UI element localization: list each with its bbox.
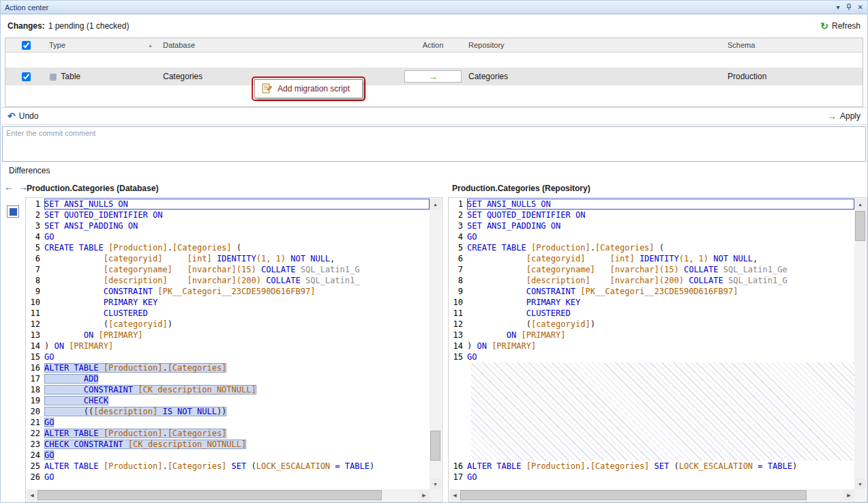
column-header-database[interactable]: Database bbox=[157, 38, 402, 52]
line-number: 10 bbox=[27, 297, 44, 308]
line-number: 17 bbox=[449, 472, 467, 483]
diff-missing-region bbox=[471, 362, 854, 461]
change-row[interactable]: ▦ Table Categories → Categories Producti… bbox=[5, 68, 863, 85]
horizontal-scrollbar-right[interactable]: ◀ ▶ bbox=[449, 489, 854, 501]
add-migration-script-menuitem[interactable]: Add migration script bbox=[254, 79, 363, 98]
apply-button[interactable]: → Apply bbox=[827, 111, 860, 121]
add-migration-script-label: Add migration script bbox=[278, 84, 350, 94]
scroll-right-button[interactable]: ▶ bbox=[843, 489, 854, 501]
line-number: 13 bbox=[449, 330, 467, 341]
changes-grid: Type ▲ Database Action Repository Schema… bbox=[5, 38, 863, 107]
undo-apply-bar: ↶ Undo → Apply bbox=[1, 107, 867, 125]
callout-highlight-ring: Add migration script bbox=[252, 76, 365, 101]
horizontal-scroll-thumb[interactable] bbox=[38, 490, 382, 500]
diff-panel-database: 1SET ANSI_NULLS ON2SET QUOTED_IDENTIFIER… bbox=[25, 197, 443, 502]
code-line: 4GO bbox=[27, 231, 430, 242]
vertical-scrollbar-left[interactable]: ▲ ▼ bbox=[430, 199, 441, 489]
code-line: 7 [categoryname] [nvarchar](15) COLLATE … bbox=[449, 264, 854, 275]
column-header-type[interactable]: Type ▲ bbox=[41, 38, 157, 52]
code-line: 6 [categoryid] [int] IDENTITY(1, 1) NOT … bbox=[449, 253, 854, 264]
scroll-down-button[interactable]: ▼ bbox=[854, 478, 866, 489]
line-number: 7 bbox=[27, 264, 44, 275]
line-number: 20 bbox=[27, 406, 44, 417]
previous-difference-button[interactable]: ← bbox=[4, 182, 14, 192]
refresh-button[interactable]: ↻ Refresh bbox=[820, 20, 860, 31]
action-center-window: Action center ▾ ✕ Changes: 1 pending (1 … bbox=[0, 0, 868, 503]
diff-highlight: ADD bbox=[44, 374, 98, 384]
vertical-scroll-thumb[interactable] bbox=[430, 431, 440, 461]
code-line: 14) ON [PRIMARY] bbox=[27, 341, 430, 351]
line-number: 2 bbox=[449, 210, 467, 220]
column-header-schema[interactable]: Schema bbox=[723, 38, 863, 52]
code-line: 1SET ANSI_NULLS ON bbox=[449, 199, 854, 210]
undo-button[interactable]: ↶ Undo bbox=[8, 111, 38, 121]
line-number: 6 bbox=[449, 253, 467, 264]
row-checkbox[interactable] bbox=[22, 72, 31, 81]
code-line: 15GO bbox=[27, 351, 430, 362]
column-header-repository[interactable]: Repository bbox=[464, 38, 723, 52]
code-line: 18 CONSTRAINT [CK_description_NOTNULL] bbox=[27, 384, 430, 395]
diff-left-title: Production.Categories (Database) bbox=[27, 184, 158, 193]
code-line: 5CREATE TABLE [Production].[Categories] … bbox=[27, 242, 430, 253]
diff-map-marker[interactable] bbox=[7, 205, 19, 218]
undo-label: Undo bbox=[19, 111, 39, 121]
select-all-checkbox[interactable] bbox=[22, 41, 31, 50]
row-action-cell: → bbox=[402, 68, 464, 85]
scroll-left-button[interactable]: ◀ bbox=[27, 489, 38, 501]
panel-divider bbox=[443, 197, 448, 502]
changes-summary: 1 pending (1 checked) bbox=[48, 21, 130, 31]
commit-comment-section bbox=[2, 126, 866, 162]
code-line: 26GO bbox=[27, 472, 430, 483]
diff-highlight: CONSTRAINT [CK_description_NOTNULL] bbox=[44, 385, 256, 394]
code-line: 7 [categoryname] [nvarchar](15) COLLATE … bbox=[27, 264, 430, 275]
horizontal-scrollbar-left[interactable]: ◀ ▶ bbox=[27, 489, 430, 501]
add-migration-script-callout: Add migration script bbox=[252, 76, 365, 101]
vertical-scrollbar-right[interactable]: ▲ ▼ bbox=[854, 199, 866, 489]
diff-right-title: Production.Categories (Repository) bbox=[452, 184, 590, 193]
code-line: 3SET ANSI_PADDING ON bbox=[27, 220, 430, 231]
refresh-icon: ↻ bbox=[820, 20, 828, 31]
grid-header-row: Type ▲ Database Action Repository Schema bbox=[5, 38, 863, 53]
code-line: 3SET ANSI_PADDING ON bbox=[449, 220, 854, 231]
close-icon[interactable]: ✕ bbox=[858, 4, 863, 11]
code-line: 5CREATE TABLE [Production].[Categories] … bbox=[449, 242, 854, 253]
code-line: 22ALTER TABLE [Production].[Categories] bbox=[27, 428, 430, 439]
row-schema-cell: Production bbox=[723, 68, 863, 85]
line-number: 16 bbox=[449, 461, 467, 472]
column-header-action[interactable]: Action bbox=[402, 38, 464, 52]
scroll-right-button[interactable]: ▶ bbox=[419, 489, 430, 501]
code-line: 2SET QUOTED_IDENTIFIER ON bbox=[27, 210, 430, 220]
line-number: 11 bbox=[27, 308, 44, 319]
code-line: 14) ON [PRIMARY] bbox=[449, 341, 854, 351]
scroll-up-button[interactable]: ▲ bbox=[430, 199, 441, 210]
window-menu-icon[interactable]: ▾ bbox=[837, 4, 840, 11]
sync-action-button[interactable]: → bbox=[404, 70, 462, 83]
vertical-scroll-thumb[interactable] bbox=[855, 211, 865, 241]
window-titlebar[interactable]: Action center ▾ ✕ bbox=[1, 1, 867, 14]
commit-comment-input[interactable] bbox=[2, 126, 866, 162]
repository-code-view[interactable]: 1SET ANSI_NULLS ON2SET QUOTED_IDENTIFIER… bbox=[449, 199, 854, 489]
undo-icon: ↶ bbox=[8, 111, 16, 121]
refresh-label: Refresh bbox=[832, 21, 860, 31]
select-all-cell bbox=[5, 41, 41, 50]
line-number: 21 bbox=[27, 417, 44, 428]
line-number: 15 bbox=[27, 351, 44, 362]
diff-highlight: (([description] IS NOT NULL)) bbox=[44, 407, 226, 416]
diff-highlight: ALTER TABLE [Production].[Categories] bbox=[44, 429, 226, 438]
code-line: 16ALTER TABLE [Production].[Categories] … bbox=[449, 461, 854, 472]
diff-map-column bbox=[1, 197, 25, 502]
scroll-down-button[interactable]: ▼ bbox=[430, 478, 441, 489]
database-code-view[interactable]: 1SET ANSI_NULLS ON2SET QUOTED_IDENTIFIER… bbox=[27, 199, 430, 489]
pin-icon[interactable] bbox=[845, 3, 852, 11]
line-number: 8 bbox=[449, 275, 467, 286]
line-number: 6 bbox=[27, 253, 44, 264]
sort-ascending-icon: ▲ bbox=[148, 43, 153, 48]
code-line: 21GO bbox=[27, 417, 430, 428]
scroll-left-button[interactable]: ◀ bbox=[449, 489, 460, 501]
diff-header: ← → Production.Categories (Database) Pro… bbox=[1, 179, 867, 197]
horizontal-scroll-thumb[interactable] bbox=[460, 490, 807, 500]
line-number: 4 bbox=[27, 231, 44, 242]
code-line: 17 ADD bbox=[27, 373, 430, 384]
scroll-up-button[interactable]: ▲ bbox=[854, 199, 866, 210]
line-number: 1 bbox=[27, 199, 44, 210]
